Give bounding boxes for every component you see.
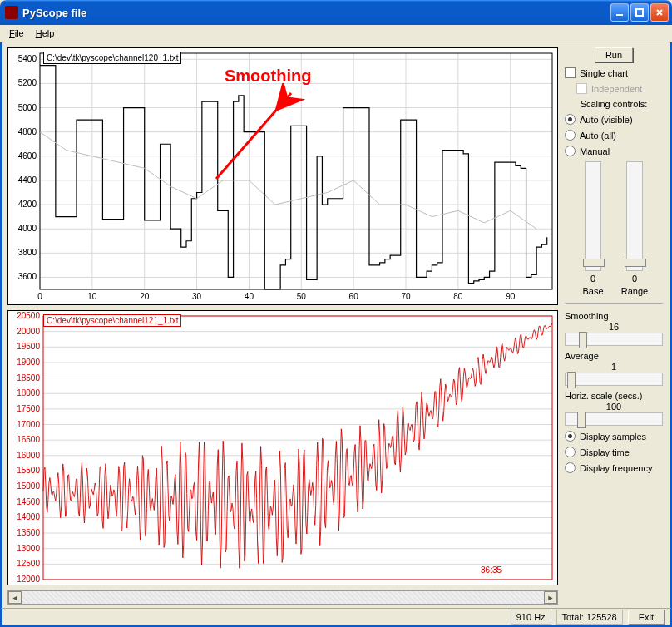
auto-visible-label: Auto (visible) xyxy=(580,115,633,125)
svg-text:4600: 4600 xyxy=(18,151,37,160)
svg-text:0: 0 xyxy=(37,292,42,301)
titlebar: PyScope file xyxy=(0,0,672,25)
base-slider[interactable] xyxy=(585,161,601,271)
smoothing-value: 16 xyxy=(565,322,663,332)
svg-text:15000: 15000 xyxy=(17,481,40,491)
svg-text:12500: 12500 xyxy=(17,559,40,568)
chart-bottom-filepath: C:\dev\tk\pyscope\channel121_1.txt xyxy=(43,314,181,327)
svg-text:30: 30 xyxy=(192,292,202,301)
range-label: Range xyxy=(621,286,648,296)
app-icon xyxy=(5,6,18,19)
svg-text:4200: 4200 xyxy=(18,200,37,209)
chart-bottom: C:\dev\tk\pyscope\channel121_1.txt 20500… xyxy=(7,310,558,585)
svg-text:80: 80 xyxy=(453,292,463,301)
average-label: Average xyxy=(565,351,663,361)
close-button[interactable] xyxy=(650,3,669,22)
single-chart-checkbox[interactable] xyxy=(565,67,576,78)
smoothing-slider[interactable] xyxy=(565,333,663,346)
svg-rect-80 xyxy=(43,316,552,580)
status-hz: 910 Hz xyxy=(511,610,551,625)
horizontal-scrollbar[interactable]: ◄ ► xyxy=(7,590,558,605)
chart-bottom-plot: 2050020000195001900018500180001750017000… xyxy=(8,311,557,585)
scroll-left-button[interactable]: ◄ xyxy=(8,591,22,604)
chart-top: C:\dev\tk\pyscope\channel120_1.txt Smoot… xyxy=(7,47,558,305)
window-title: PyScope file xyxy=(22,7,610,19)
svg-text:14000: 14000 xyxy=(17,512,40,521)
svg-text:13500: 13500 xyxy=(17,528,40,537)
average-slider[interactable] xyxy=(565,373,663,386)
auto-all-radio[interactable] xyxy=(565,130,576,141)
display-frequency-radio[interactable] xyxy=(565,462,576,473)
chart-top-filepath: C:\dev\tk\pyscope\channel120_1.txt xyxy=(43,52,181,64)
svg-text:16000: 16000 xyxy=(17,451,40,460)
svg-text:10: 10 xyxy=(87,292,97,301)
svg-text:60: 60 xyxy=(349,292,359,301)
svg-text:4400: 4400 xyxy=(18,175,37,185)
svg-text:50: 50 xyxy=(297,292,307,301)
manual-radio[interactable] xyxy=(565,146,576,156)
status-total: Total: 125528 xyxy=(556,610,623,625)
svg-text:12000: 12000 xyxy=(17,575,40,584)
run-button[interactable]: Run xyxy=(595,47,633,62)
sidebar: Run Single chart Independent Scaling con… xyxy=(561,42,670,608)
minimize-button[interactable] xyxy=(610,3,629,22)
svg-text:13000: 13000 xyxy=(17,544,40,553)
svg-text:4800: 4800 xyxy=(18,127,37,136)
svg-text:70: 70 xyxy=(401,292,411,301)
svg-text:36:35: 36:35 xyxy=(481,565,502,575)
horiz-scale-label: Horiz. scale (secs.) xyxy=(565,391,663,401)
svg-text:5400: 5400 xyxy=(18,54,37,63)
svg-text:20500: 20500 xyxy=(17,311,40,320)
smoothing-label: Smoothing xyxy=(565,311,663,321)
scaling-title: Scaling controls: xyxy=(565,99,663,109)
annotation-arrow-icon xyxy=(200,83,324,225)
independent-checkbox xyxy=(576,83,587,94)
svg-text:5200: 5200 xyxy=(18,78,37,87)
manual-label: Manual xyxy=(580,146,610,156)
svg-text:40: 40 xyxy=(245,292,254,301)
svg-text:16500: 16500 xyxy=(17,435,40,444)
average-value: 1 xyxy=(565,362,663,372)
svg-text:17000: 17000 xyxy=(17,420,40,429)
svg-text:20000: 20000 xyxy=(17,327,40,336)
menubar: File Help xyxy=(0,25,672,42)
independent-label: Independent xyxy=(591,84,642,94)
svg-text:18000: 18000 xyxy=(17,388,40,397)
scroll-track[interactable] xyxy=(22,591,544,604)
auto-visible-radio[interactable] xyxy=(565,114,576,125)
svg-text:4000: 4000 xyxy=(18,224,37,233)
svg-text:20: 20 xyxy=(140,292,150,301)
display-samples-label: Display samples xyxy=(580,432,646,442)
menu-file[interactable]: File xyxy=(3,27,30,40)
base-value: 0 xyxy=(577,274,609,284)
single-chart-label: Single chart xyxy=(580,68,628,78)
display-samples-radio[interactable] xyxy=(565,431,576,442)
svg-rect-0 xyxy=(616,14,623,16)
horiz-scale-slider[interactable] xyxy=(565,412,663,426)
statusbar: 910 Hz Total: 125528 Exit xyxy=(0,608,672,627)
display-time-label: Display time xyxy=(580,447,630,457)
svg-text:14500: 14500 xyxy=(17,497,40,506)
range-value: 0 xyxy=(619,274,650,284)
svg-text:19500: 19500 xyxy=(17,342,40,351)
range-slider[interactable] xyxy=(626,161,643,271)
auto-all-label: Auto (all) xyxy=(580,131,616,141)
svg-text:15500: 15500 xyxy=(17,466,40,475)
menu-help[interactable]: Help xyxy=(30,27,61,40)
display-time-radio[interactable] xyxy=(565,447,576,457)
svg-text:17500: 17500 xyxy=(17,404,40,413)
svg-text:90: 90 xyxy=(506,292,516,301)
exit-button[interactable]: Exit xyxy=(628,610,665,625)
svg-line-2 xyxy=(216,93,291,179)
svg-text:5000: 5000 xyxy=(18,103,37,112)
horiz-scale-value: 100 xyxy=(565,402,663,412)
svg-text:3800: 3800 xyxy=(18,248,37,257)
svg-text:18500: 18500 xyxy=(17,373,40,383)
svg-rect-1 xyxy=(636,9,643,16)
svg-text:3600: 3600 xyxy=(18,272,37,281)
scroll-right-button[interactable]: ► xyxy=(544,591,557,604)
svg-text:19000: 19000 xyxy=(17,358,40,367)
maximize-button[interactable] xyxy=(630,3,649,22)
base-label: Base xyxy=(582,286,603,296)
display-frequency-label: Display frequency xyxy=(580,463,652,473)
